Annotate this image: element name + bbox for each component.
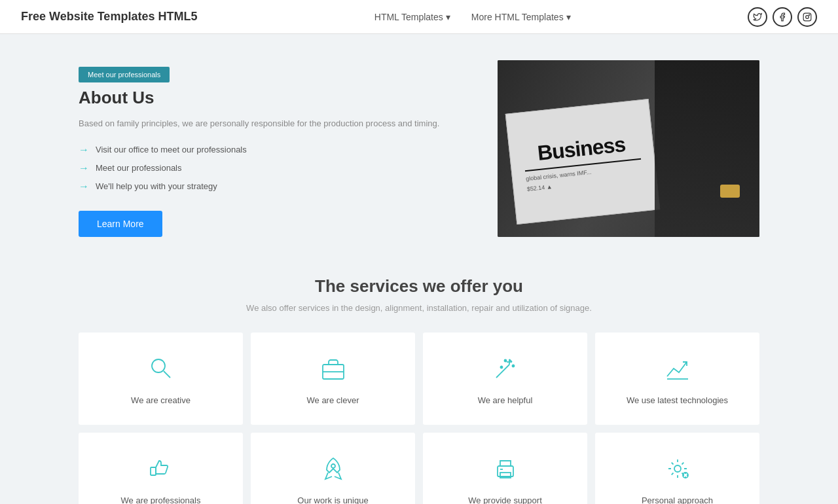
about-section: Meet our professionals About Us Based on… xyxy=(79,60,759,237)
service-label: We are professionals xyxy=(92,495,230,504)
navbar: Free Website Templates HTML5 HTML Templa… xyxy=(0,0,838,34)
service-card-support[interactable]: We provide support xyxy=(423,433,587,504)
list-item: → We'll help you with your strategy xyxy=(79,181,471,192)
service-card-clever[interactable]: We are clever xyxy=(251,333,415,425)
about-image: Business global crisis, warns IMF... $52… xyxy=(498,60,759,237)
svg-point-13 xyxy=(500,367,502,369)
briefcase-icon xyxy=(317,352,350,385)
arrow-icon: → xyxy=(79,162,89,174)
service-label: Personal approach xyxy=(608,495,746,504)
services-section: The services we offer you We also offer … xyxy=(79,276,759,504)
thumbsup-icon xyxy=(145,452,177,485)
site-brand: Free Website Templates HTML5 xyxy=(21,10,197,24)
social-links xyxy=(748,7,817,27)
service-card-creative[interactable]: We are creative xyxy=(79,333,243,425)
nav-links: HTML Templates ▾ More HTML Templates ▾ xyxy=(367,8,579,26)
service-label: Our work is unique xyxy=(264,495,402,504)
svg-line-4 xyxy=(164,371,170,378)
services-grid-row1: We are creative We are clever xyxy=(79,333,759,425)
svg-point-3 xyxy=(152,359,165,372)
service-card-unique[interactable]: Our work is unique xyxy=(251,433,415,504)
arrow-icon: → xyxy=(79,144,89,156)
arrow-icon: → xyxy=(79,181,89,192)
page-content: Meet our professionals About Us Based on… xyxy=(65,34,773,504)
learn-more-button[interactable]: Learn More xyxy=(79,211,162,237)
service-card-professionals[interactable]: We are professionals xyxy=(79,433,243,504)
about-title: About Us xyxy=(79,88,471,108)
printer-icon xyxy=(489,452,522,485)
list-item: → Meet our professionals xyxy=(79,162,471,174)
facebook-link[interactable] xyxy=(773,7,792,27)
svg-point-11 xyxy=(504,360,506,362)
wand-icon xyxy=(489,352,522,385)
svg-rect-0 xyxy=(803,13,811,21)
chart-icon xyxy=(661,352,694,385)
services-grid-row2: We are professionals Our work is unique xyxy=(79,433,759,504)
svg-point-20 xyxy=(674,465,681,472)
nav-more-templates[interactable]: More HTML Templates ▾ xyxy=(464,8,579,26)
list-item: → Visit our office to meet our professio… xyxy=(79,144,471,156)
services-subtitle: We also offer services in the design, al… xyxy=(79,303,759,313)
svg-point-2 xyxy=(809,14,810,15)
svg-point-12 xyxy=(512,365,514,367)
search-icon xyxy=(145,352,177,385)
about-text: Meet our professionals About Us Based on… xyxy=(79,60,471,237)
svg-point-1 xyxy=(806,15,809,18)
twitter-link[interactable] xyxy=(748,7,767,27)
service-card-helpful[interactable]: We are helpful xyxy=(423,333,587,425)
service-label: We provide support xyxy=(436,495,574,504)
gear-icon xyxy=(661,452,694,485)
svg-point-16 xyxy=(331,464,335,468)
service-label: We use latest technologies xyxy=(608,395,746,405)
about-description: Based on family principles, we are perso… xyxy=(79,117,471,131)
service-label: We are helpful xyxy=(436,395,574,405)
service-card-technologies[interactable]: We use latest technologies xyxy=(595,333,759,425)
nav-html-templates[interactable]: HTML Templates ▾ xyxy=(367,8,458,26)
meet-badge: Meet our professionals xyxy=(79,67,170,82)
service-card-personal[interactable]: Personal approach xyxy=(595,433,759,504)
about-list: → Visit our office to meet our professio… xyxy=(79,144,471,192)
service-label: We are creative xyxy=(92,395,230,405)
svg-rect-15 xyxy=(151,467,156,475)
services-title: The services we offer you xyxy=(79,276,759,297)
service-label: We are clever xyxy=(264,395,402,405)
rocket-icon xyxy=(317,452,350,485)
instagram-link[interactable] xyxy=(797,7,817,27)
